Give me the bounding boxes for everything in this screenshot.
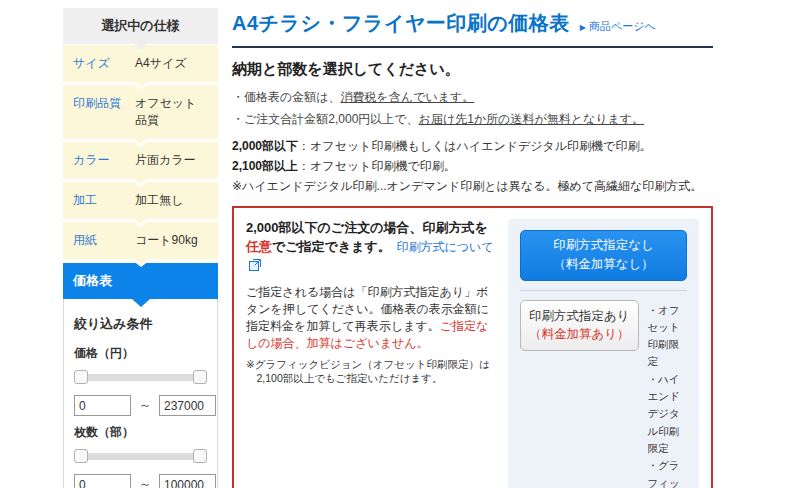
about-print-method-link[interactable]: 印刷方式について bbox=[396, 240, 493, 254]
spec-label: サイズ bbox=[73, 55, 135, 72]
method-line-bold: 2,100部以上 bbox=[232, 159, 298, 173]
no-method-button[interactable]: 印刷方式指定なし （料金加算なし） bbox=[520, 230, 687, 281]
slider-handle-max[interactable] bbox=[193, 370, 207, 384]
specify-row: 印刷方式指定あり （料金加算あり） ・オフセット印刷限定 ・ハイエンドデジタル印… bbox=[520, 300, 687, 488]
product-page-link[interactable]: 商品ページへ bbox=[580, 19, 656, 34]
note-text: ・ご注文合計金額2,000円以上で、 bbox=[232, 112, 419, 126]
print-method-box: 2,000部以下のご注文の場合、印刷方式を任意でご指定できます。 印刷方式につい… bbox=[232, 206, 713, 488]
sidebar-item-quality[interactable]: 印刷品質 オフセット品質 bbox=[63, 85, 218, 141]
button-line: 印刷方式指定あり bbox=[529, 307, 630, 326]
sidebar: 選択中の仕様 サイズ A4サイズ 印刷品質 オフセット品質 カラー 片面カラー … bbox=[63, 8, 218, 488]
slider-handle-min[interactable] bbox=[74, 449, 88, 463]
sidebar-title: 選択中の仕様 bbox=[63, 8, 218, 44]
shipping-note-underline: お届け先1か所の送料が無料となります。 bbox=[419, 112, 645, 126]
divider bbox=[520, 290, 687, 291]
sidebar-item-color[interactable]: カラー 片面カラー bbox=[63, 142, 218, 181]
quantity-range-label: 枚数（部） bbox=[74, 424, 207, 441]
spec-value: 加工無し bbox=[135, 192, 183, 209]
method-option: ・オフセット印刷限定 bbox=[648, 302, 687, 371]
product-page-link-label: 商品ページへ bbox=[589, 20, 656, 32]
section-subtitle: 納期と部数を選択してください。 bbox=[232, 60, 713, 79]
filter-panel: 絞り込み条件 価格（円） ～ 枚数（部） ～ クリア 梱包 オプション bbox=[63, 299, 218, 488]
spec-value: 片面カラー bbox=[135, 152, 196, 169]
method-box-heading: 2,000部以下のご注文の場合、印刷方式を任意でご指定できます。 印刷方式につい… bbox=[246, 219, 494, 277]
tilde-separator: ～ bbox=[139, 397, 151, 414]
shipping-note: ・ご注文合計金額2,000円以上で、お届け先1か所の送料が無料となります。 bbox=[232, 111, 713, 128]
method-line-rest: ：オフセット印刷機で印刷。 bbox=[298, 159, 456, 173]
filter-title: 絞り込み条件 bbox=[74, 315, 207, 333]
price-max-input[interactable] bbox=[159, 395, 216, 416]
method-line-over2100: 2,100部以上：オフセット印刷機で印刷。 bbox=[232, 158, 713, 175]
method-option: ・グラフィックビジョン bbox=[648, 457, 687, 488]
price-min-input[interactable] bbox=[74, 395, 131, 416]
spec-label: 印刷品質 bbox=[73, 95, 135, 129]
tax-note: ・価格表の金額は、消費税を含んでいます。 bbox=[232, 89, 713, 106]
sidebar-item-processing[interactable]: 加工 加工無し bbox=[63, 182, 218, 221]
sidebar-item-price-table[interactable]: 価格表 bbox=[63, 263, 218, 299]
price-range-label: 価格（円） bbox=[74, 345, 207, 362]
slider-handle-max[interactable] bbox=[193, 449, 207, 463]
spec-value: オフセット品質 bbox=[135, 95, 208, 129]
spec-value: A4サイズ bbox=[135, 55, 187, 72]
quantity-min-input[interactable] bbox=[74, 474, 131, 488]
button-line: （料金加算なし） bbox=[521, 255, 686, 274]
main-content: A4チラシ・フライヤー印刷の価格表 商品ページへ 納期と部数を選択してください。… bbox=[232, 10, 713, 488]
method-line-rest: ：オフセット印刷機もしくはハイエンドデジタル印刷機で印刷。 bbox=[298, 139, 651, 153]
method-box-note: ※グラフィックビジョン（オフセット印刷限定）は2,100部以上でもご指定いただけ… bbox=[246, 357, 494, 386]
method-option: ・ハイエンドデジタル印刷限定 bbox=[648, 371, 687, 458]
sidebar-item-paper[interactable]: 用紙 コート90kg bbox=[63, 222, 218, 261]
page-title: A4チラシ・フライヤー印刷の価格表 bbox=[232, 10, 570, 37]
spec-label: カラー bbox=[73, 152, 135, 169]
method-selection-panel: 印刷方式指定なし （料金加算なし） 印刷方式指定あり （料金加算あり） ・オフセ… bbox=[508, 219, 699, 488]
method-box-text: 2,000部以下のご注文の場合、印刷方式を任意でご指定できます。 印刷方式につい… bbox=[246, 219, 494, 488]
quantity-max-input[interactable] bbox=[159, 474, 216, 488]
specify-method-button[interactable]: 印刷方式指定あり （料金加算あり） bbox=[520, 300, 639, 352]
heading-emphasis: 任意 bbox=[246, 239, 272, 254]
tilde-separator: ～ bbox=[139, 476, 151, 488]
quantity-range-inputs: ～ bbox=[74, 474, 207, 488]
heading-text: でご指定できます。 bbox=[272, 239, 391, 254]
note-text: ・価格表の金額は、 bbox=[232, 90, 341, 104]
method-options-list: ・オフセット印刷限定 ・ハイエンドデジタル印刷限定 ・グラフィックビジョン ・ス… bbox=[648, 302, 687, 488]
sidebar-item-size[interactable]: サイズ A4サイズ bbox=[63, 45, 218, 84]
price-range-inputs: ～ bbox=[74, 395, 207, 416]
new-window-icon bbox=[249, 258, 261, 277]
method-box-body: ご指定される場合は「印刷方式指定あり」ボタンを押してください。価格表の表示金額に… bbox=[246, 284, 494, 352]
method-line-under2000: 2,000部以下：オフセット印刷機もしくはハイエンドデジタル印刷機で印刷。 bbox=[232, 138, 713, 155]
spec-label: 加工 bbox=[73, 192, 135, 209]
button-line: 印刷方式指定なし bbox=[521, 236, 686, 255]
heading-text: 2,000部以下のご注文の場合、印刷方式を bbox=[246, 220, 488, 235]
quantity-range-slider[interactable] bbox=[77, 453, 204, 460]
tax-note-underline: 消費税を含んでいます。 bbox=[341, 90, 475, 104]
spec-value: コート90kg bbox=[135, 232, 198, 249]
page-header: A4チラシ・フライヤー印刷の価格表 商品ページへ bbox=[232, 10, 713, 48]
price-range-slider[interactable] bbox=[77, 374, 204, 381]
method-footnote: ※ハイエンドデジタル印刷...オンデマンド印刷とは異なる。極めて高繊細な印刷方式… bbox=[232, 178, 713, 195]
triangle-icon bbox=[580, 20, 589, 32]
method-line-bold: 2,000部以下 bbox=[232, 139, 298, 153]
spec-label: 用紙 bbox=[73, 232, 135, 249]
slider-handle-min[interactable] bbox=[74, 370, 88, 384]
button-line: （料金加算あり） bbox=[529, 325, 630, 344]
